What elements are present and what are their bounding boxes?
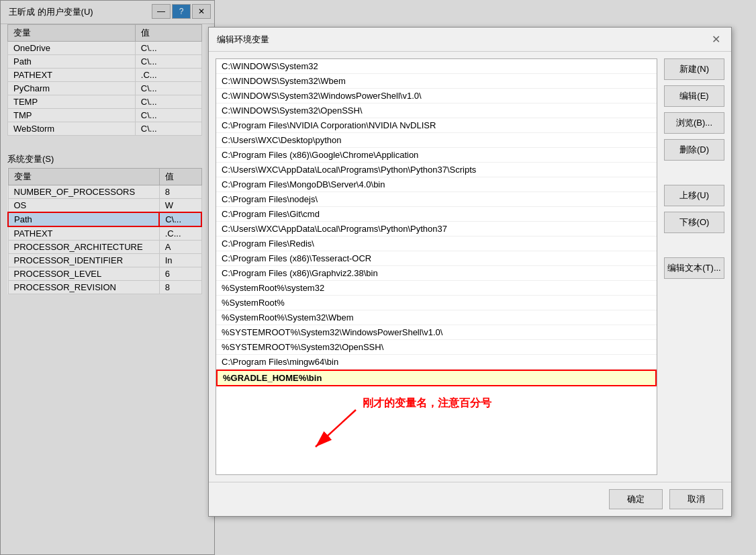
path-item[interactable]: %SystemRoot% — [216, 296, 657, 310]
modal-right-buttons: 新建(N) 编辑(E) 浏览(B)... 删除(D) 上移(U) 下移(O) 编… — [664, 58, 724, 475]
delete-button[interactable]: 删除(D) — [664, 139, 724, 161]
path-item[interactable]: C:\Users\WXC\Desktop\python — [216, 133, 657, 148]
path-list[interactable]: C:\WINDOWS\System32C:\WINDOWS\System32\W… — [216, 59, 657, 474]
path-item[interactable]: C:\Program Files\mingw64\bin — [216, 355, 657, 370]
modal-body: C:\WINDOWS\System32C:\WINDOWS\System32\W… — [209, 52, 731, 482]
path-item[interactable]: C:\Program Files\MongoDB\Server\4.0\bin — [216, 177, 657, 192]
path-item[interactable]: C:\WINDOWS\System32\Wbem — [216, 74, 657, 89]
button-spacer2 — [664, 239, 724, 252]
edit-button[interactable]: 编辑(E) — [664, 85, 724, 107]
edit-text-button[interactable]: 编辑文本(T)... — [664, 257, 724, 279]
path-item[interactable]: %SystemRoot%\system32 — [216, 281, 657, 296]
path-list-container: C:\WINDOWS\System32C:\WINDOWS\System32\W… — [216, 58, 657, 475]
edit-env-modal: 编辑环境变量 ✕ C:\WINDOWS\System32C:\WINDOWS\S… — [208, 27, 732, 517]
modal-title: 编辑环境变量 — [217, 34, 269, 46]
modal-footer: 确定 取消 — [209, 482, 731, 516]
move-down-button[interactable]: 下移(O) — [664, 212, 724, 233]
path-item[interactable]: C:\WINDOWS\System32\OpenSSH\ — [216, 103, 657, 118]
path-item[interactable]: %SYSTEMROOT%\System32\OpenSSH\ — [216, 340, 657, 355]
browse-button[interactable]: 浏览(B)... — [664, 112, 724, 134]
path-item[interactable]: %SystemRoot%\System32\Wbem — [216, 310, 657, 325]
path-item[interactable]: C:\Program Files\nodejs\ — [216, 192, 657, 207]
path-item[interactable]: C:\Users\WXC\AppData\Local\Programs\Pyth… — [216, 222, 657, 237]
path-item[interactable]: C:\WINDOWS\System32 — [216, 59, 657, 74]
path-item[interactable]: C:\Program Files (x86)\Tesseract-OCR — [216, 251, 657, 266]
modal-titlebar: 编辑环境变量 ✕ — [209, 28, 731, 52]
path-item[interactable]: C:\Program Files (x86)\Graphviz2.38\bin — [216, 266, 657, 281]
path-item[interactable]: C:\Users\WXC\AppData\Local\Programs\Pyth… — [216, 163, 657, 177]
move-up-button[interactable]: 上移(U) — [664, 185, 724, 206]
path-item[interactable]: C:\WINDOWS\System32\WindowsPowerShell\v1… — [216, 89, 657, 103]
modal-close-button[interactable]: ✕ — [709, 33, 723, 46]
path-item[interactable]: C:\Program Files\Redis\ — [216, 237, 657, 251]
modal-overlay: 编辑环境变量 ✕ C:\WINDOWS\System32C:\WINDOWS\S… — [0, 0, 756, 555]
cancel-button[interactable]: 取消 — [669, 489, 723, 509]
button-spacer — [664, 166, 724, 179]
path-item[interactable]: C:\Program Files\Git\cmd — [216, 207, 657, 222]
path-item[interactable]: %GRADLE_HOME%\bin — [216, 370, 657, 386]
ok-button[interactable]: 确定 — [609, 489, 663, 509]
new-button[interactable]: 新建(N) — [664, 58, 724, 80]
path-item[interactable]: C:\Program Files (x86)\Google\Chrome\App… — [216, 148, 657, 163]
path-item[interactable]: %SYSTEMROOT%\System32\WindowsPowerShell\… — [216, 325, 657, 340]
path-item[interactable]: C:\Program Files\NVIDIA Corporation\NVID… — [216, 118, 657, 133]
